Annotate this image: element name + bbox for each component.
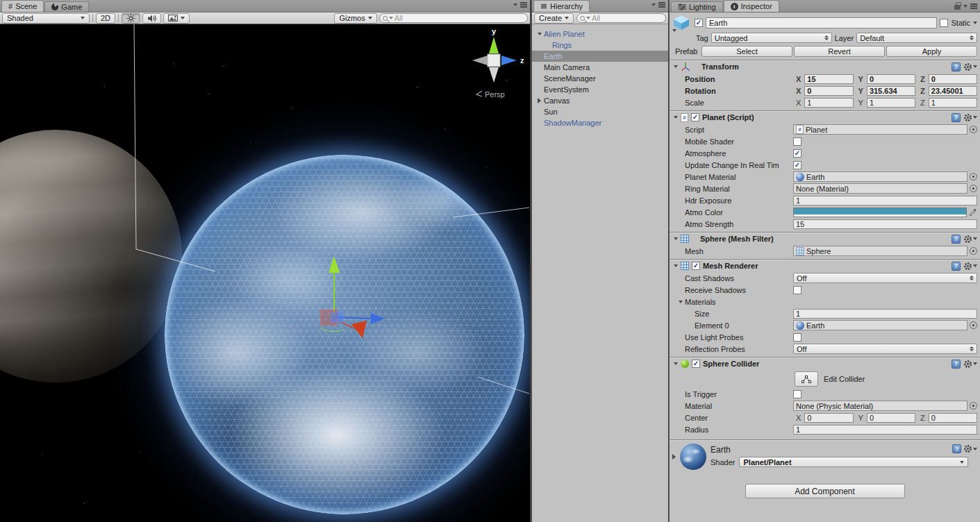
eyedropper-icon[interactable] — [969, 208, 977, 217]
foldout-expanded-icon[interactable] — [674, 264, 678, 267]
gear-icon[interactable] — [963, 444, 977, 453]
center-z-field[interactable]: 0 — [929, 413, 977, 423]
hierarchy-item-scenemanager[interactable]: SceneManager — [532, 73, 668, 84]
scene-viewport[interactable]: y z Persp — [0, 24, 530, 522]
prefab-select-button[interactable]: Select — [701, 46, 792, 57]
help-icon[interactable] — [952, 444, 961, 453]
ring-material-field[interactable]: None (Material) — [793, 183, 967, 194]
scale-z-field[interactable]: 1 — [929, 98, 977, 108]
object-picker-icon[interactable] — [970, 402, 977, 410]
hierarchy-item-alien-planet[interactable]: Alien Planet — [532, 28, 668, 40]
panel-menu-icon[interactable] — [970, 3, 977, 9]
gear-icon[interactable] — [963, 235, 977, 244]
search-filter-icon[interactable] — [389, 17, 393, 19]
add-component-button[interactable]: Add Component — [745, 484, 905, 498]
foldout-expanded-icon[interactable] — [674, 116, 678, 119]
scene-search-input[interactable]: All — [379, 13, 528, 23]
scene-lighting-toggle[interactable] — [122, 13, 140, 24]
position-z-field[interactable]: 0 — [929, 74, 977, 84]
hierarchy-search-input[interactable]: All — [576, 13, 666, 23]
scene-effects-toggle[interactable] — [163, 13, 190, 24]
light-probes-checkbox[interactable] — [793, 333, 802, 342]
prefab-revert-button[interactable]: Revert — [794, 46, 885, 57]
name-field[interactable]: Earth — [706, 17, 937, 28]
object-picker-icon[interactable] — [970, 321, 977, 329]
axis-cone[interactable] — [489, 67, 499, 83]
chevron-down-icon[interactable] — [181, 17, 185, 19]
icon-dropdown[interactable] — [672, 29, 676, 32]
receive-shadows-checkbox[interactable] — [793, 286, 802, 294]
panel-dropdown-icon[interactable] — [513, 3, 517, 6]
panel-menu-icon[interactable] — [520, 2, 527, 8]
mesh-object-field[interactable]: Sphere — [793, 246, 967, 256]
center-x-field[interactable]: 0 — [804, 413, 853, 423]
scale-y-field[interactable]: 1 — [867, 98, 915, 108]
element0-field[interactable]: Earth — [793, 320, 967, 330]
object-picker-icon[interactable] — [970, 247, 977, 255]
axis-cube[interactable] — [488, 54, 500, 67]
tab-inspector[interactable]: Inspector — [724, 0, 779, 12]
radius-field[interactable]: 1 — [793, 425, 977, 435]
foldout-collapsed-icon[interactable] — [538, 98, 541, 103]
shaded-dropdown[interactable]: Shaded — [2, 13, 90, 24]
materials-size-field[interactable]: 1 — [793, 309, 977, 319]
gameobject-cube-icon[interactable] — [672, 14, 692, 32]
search-filter-icon[interactable] — [586, 17, 590, 19]
component-enabled-checkbox[interactable]: ✓ — [691, 113, 699, 121]
hierarchy-item-sun[interactable]: Sun — [532, 106, 668, 117]
foldout-expanded-icon[interactable] — [674, 362, 678, 365]
axis-cone[interactable] — [472, 56, 488, 65]
atmo-color-swatch[interactable] — [793, 208, 967, 217]
hierarchy-item-rings[interactable]: Rings — [532, 40, 668, 51]
foldout-expanded-icon[interactable] — [674, 237, 678, 240]
is-trigger-checkbox[interactable] — [793, 390, 802, 398]
materials-foldout-row[interactable]: Materials — [670, 296, 980, 308]
position-y-field[interactable]: 0 — [867, 74, 915, 84]
script-object-field[interactable]: Planet — [793, 124, 967, 135]
shader-dropdown[interactable]: Planet/Planet — [739, 457, 968, 467]
tab-game[interactable]: Game — [44, 1, 89, 12]
layer-dropdown[interactable]: Default — [856, 33, 977, 43]
alien-planet[interactable] — [0, 130, 182, 382]
foldout-expanded-icon[interactable] — [538, 33, 542, 35]
view-axis-gizmo[interactable]: y z Persp — [472, 27, 524, 99]
scale-x-field[interactable]: 1 — [804, 98, 853, 108]
mobile-shader-checkbox[interactable] — [793, 137, 802, 146]
foldout-collapsed-icon[interactable] — [672, 454, 676, 460]
foldout-expanded-icon[interactable] — [679, 301, 683, 303]
atmo-strength-field[interactable]: 15 — [793, 219, 977, 229]
help-icon[interactable] — [952, 62, 961, 71]
persp-label[interactable]: Persp — [485, 90, 505, 99]
planet-material-field[interactable]: Earth — [793, 171, 967, 182]
object-picker-icon[interactable] — [970, 185, 977, 192]
help-icon[interactable] — [952, 113, 961, 122]
panel-dropdown-icon[interactable] — [963, 5, 967, 8]
create-button[interactable]: Create — [534, 13, 574, 24]
gear-icon[interactable] — [963, 113, 977, 122]
lock-icon[interactable] — [954, 5, 961, 10]
cast-shadows-dropdown[interactable]: Off — [793, 273, 977, 283]
static-dropdown-icon[interactable] — [973, 22, 977, 24]
help-icon[interactable] — [952, 235, 961, 244]
center-y-field[interactable]: 0 — [867, 413, 915, 423]
update-realtime-checkbox[interactable]: ✓ — [793, 161, 802, 169]
physic-material-field[interactable]: None (Physic Material) — [793, 401, 967, 411]
foldout-expanded-icon[interactable] — [674, 65, 678, 68]
tab-hierarchy[interactable]: Hierarchy — [533, 0, 590, 12]
persp-arrow-icon[interactable] — [476, 91, 482, 96]
component-enabled-checkbox[interactable]: ✓ — [692, 360, 700, 368]
rotation-z-field[interactable]: 23.45001 — [929, 86, 977, 96]
component-enabled-checkbox[interactable]: ✓ — [692, 262, 700, 270]
gear-icon[interactable] — [963, 62, 977, 71]
help-icon[interactable] — [952, 262, 961, 271]
active-checkbox[interactable]: ✓ — [695, 19, 703, 27]
rotation-y-field[interactable]: 315.634 — [867, 86, 915, 96]
atmosphere-checkbox[interactable]: ✓ — [793, 149, 802, 158]
earth-material-thumbnail[interactable] — [680, 444, 706, 470]
object-picker-icon[interactable] — [970, 126, 977, 133]
position-x-field[interactable]: 15 — [804, 74, 853, 84]
prefab-apply-button[interactable]: Apply — [886, 46, 977, 57]
panel-dropdown-icon[interactable] — [651, 3, 656, 6]
gear-icon[interactable] — [963, 262, 977, 271]
tag-dropdown[interactable]: Untagged — [711, 33, 832, 43]
